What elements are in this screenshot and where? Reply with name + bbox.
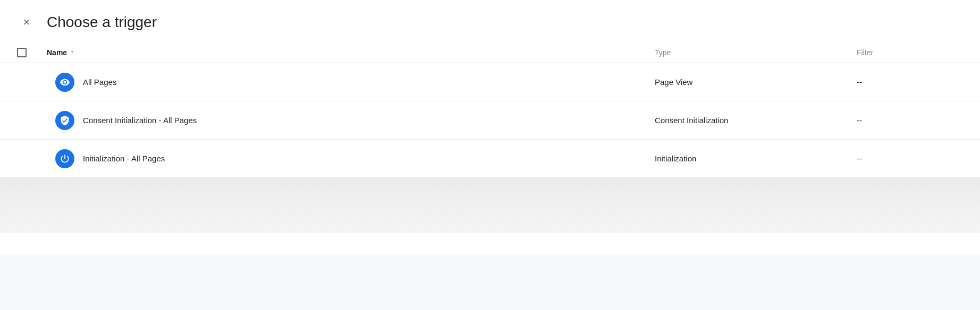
filter-column-label: Filter xyxy=(857,48,873,57)
table-row[interactable]: All Pages Page View -- xyxy=(0,63,980,101)
panel-title: Choose a trigger xyxy=(47,14,157,31)
panel-header: × Choose a trigger xyxy=(0,0,980,42)
trigger-name: Initialization - All Pages xyxy=(83,154,165,163)
trigger-name: Consent Initialization - All Pages xyxy=(83,116,197,125)
row-type: Page View xyxy=(655,78,857,87)
row-name-col: Initialization - All Pages xyxy=(17,149,655,168)
type-column-label: Type xyxy=(655,48,671,57)
header-checkbox-cell xyxy=(17,48,47,57)
row-filter: -- xyxy=(857,116,963,125)
row-type: Initialization xyxy=(655,154,857,163)
header-type-cell: Type xyxy=(655,48,857,57)
table-header-row: Name ↑ Type Filter xyxy=(0,42,980,63)
table-row[interactable]: Consent Initialization - All Pages Conse… xyxy=(0,101,980,140)
eye-icon xyxy=(55,73,74,92)
row-name-col: Consent Initialization - All Pages xyxy=(17,111,655,130)
power-icon xyxy=(55,149,74,168)
header-name-cell: Name ↑ xyxy=(47,48,655,57)
trigger-panel: × Choose a trigger Name ↑ Type Filter xyxy=(0,0,980,255)
trigger-table: Name ↑ Type Filter xyxy=(0,42,980,178)
row-name-col: All Pages xyxy=(17,73,655,92)
header-filter-cell: Filter xyxy=(857,48,963,57)
trigger-name: All Pages xyxy=(83,78,116,87)
shield-icon xyxy=(55,111,74,130)
row-filter: -- xyxy=(857,78,963,87)
sort-ascending-icon[interactable]: ↑ xyxy=(70,48,74,57)
row-type: Consent Initialization xyxy=(655,116,857,125)
close-button[interactable]: × xyxy=(17,13,36,32)
footer-area xyxy=(0,178,980,233)
name-column-label: Name xyxy=(47,48,67,57)
select-all-checkbox[interactable] xyxy=(17,48,27,57)
row-filter: -- xyxy=(857,154,963,163)
table-row[interactable]: Initialization - All Pages Initializatio… xyxy=(0,140,980,178)
